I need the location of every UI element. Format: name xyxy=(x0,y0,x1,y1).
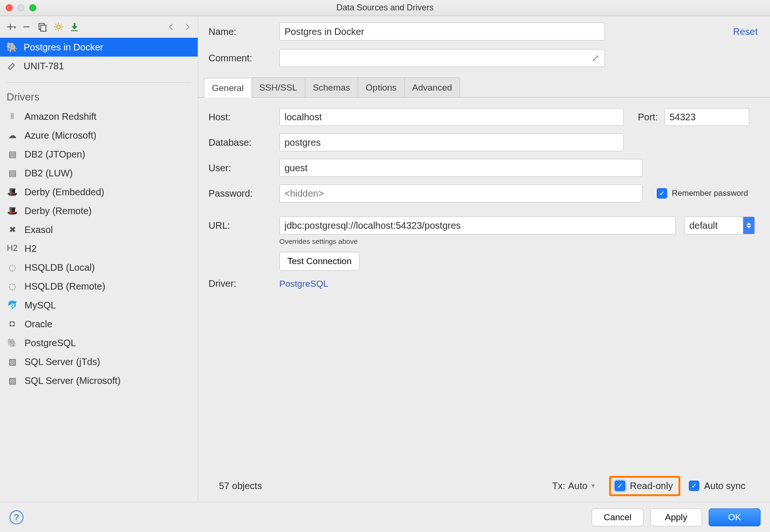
tab-general[interactable]: General xyxy=(204,78,252,98)
window-title: Data Sources and Drivers xyxy=(336,3,434,13)
reset-link[interactable]: Reset xyxy=(733,26,758,37)
driver-item[interactable]: ◌HSQLDB (Local) xyxy=(0,258,198,277)
tab-ssh-ssl[interactable]: SSH/SSL xyxy=(252,77,305,97)
driver-label: Derby (Remote) xyxy=(25,206,92,216)
add-button[interactable]: ▾ xyxy=(3,19,18,34)
dsn-icon xyxy=(6,60,18,72)
url-input[interactable] xyxy=(279,216,676,234)
tab-advanced[interactable]: Advanced xyxy=(405,77,460,97)
host-input[interactable] xyxy=(279,108,624,126)
driver-item[interactable]: ☁Azure (Microsoft) xyxy=(0,126,198,145)
h2-icon: H2 xyxy=(7,243,18,254)
sqlserver-icon: ▧ xyxy=(7,357,18,367)
driver-item[interactable]: 🎩Derby (Embedded) xyxy=(0,183,198,201)
driver-item[interactable]: ◌HSQLDB (Remote) xyxy=(0,277,198,296)
forward-icon[interactable] xyxy=(180,19,195,34)
driver-link[interactable]: PostgreSQL xyxy=(279,279,328,289)
divider xyxy=(7,82,191,83)
object-count: 57 objects xyxy=(219,481,262,491)
driver-item[interactable]: ▧SQL Server (jTds) xyxy=(0,352,198,371)
autosync-label: Auto sync xyxy=(704,481,745,491)
svg-point-3 xyxy=(57,25,60,28)
elephant-icon: 🐘 xyxy=(7,338,18,348)
driver-item[interactable]: 🎩Derby (Remote) xyxy=(0,201,198,220)
driver-label: Derby (Embedded) xyxy=(25,187,104,198)
data-source-item[interactable]: 🐘 Postgres in Docker xyxy=(0,38,198,57)
database-input[interactable] xyxy=(279,133,624,151)
driver-label: SQL Server (Microsoft) xyxy=(25,375,121,386)
user-label: User: xyxy=(209,163,279,174)
driver-item[interactable]: ✖Exasol xyxy=(0,220,198,239)
driver-label: H2 xyxy=(25,243,37,254)
tab-options[interactable]: Options xyxy=(358,77,404,97)
data-source-item[interactable]: UNIT-781 xyxy=(0,57,198,75)
driver-item[interactable]: 🐘PostgreSQL xyxy=(0,333,198,352)
sidebar: ▾ 🐘 Postgres in Docker UNIT-781 Drivers … xyxy=(0,16,198,502)
driver-label: Azure (Microsoft) xyxy=(25,130,96,141)
port-label: Port: xyxy=(638,112,664,123)
driver-item[interactable]: ▤DB2 (LUW) xyxy=(0,164,198,183)
data-source-label: UNIT-781 xyxy=(24,61,64,72)
hsqldb-icon: ◌ xyxy=(7,262,18,273)
driver-label: Exasol xyxy=(25,224,53,235)
driver-item[interactable]: ◘Oracle xyxy=(0,315,198,333)
password-label: Password: xyxy=(209,188,279,199)
autosync-checkbox[interactable]: ✓ xyxy=(689,481,699,491)
url-label: URL: xyxy=(209,220,279,231)
titlebar: Data Sources and Drivers xyxy=(0,0,770,16)
readonly-highlight: ✓ Read-only xyxy=(609,476,680,496)
driver-label: DB2 (JTOpen) xyxy=(25,149,85,160)
driver-item[interactable]: ⫴Amazon Redshift xyxy=(0,107,198,126)
elephant-icon: 🐘 xyxy=(6,41,18,53)
mysql-icon: 🐬 xyxy=(7,300,18,310)
svg-rect-4 xyxy=(71,30,78,31)
remove-button[interactable] xyxy=(19,19,34,34)
driver-label: Amazon Redshift xyxy=(25,111,96,122)
azure-icon: ☁ xyxy=(7,130,18,141)
url-mode-select[interactable]: default xyxy=(684,216,755,234)
apply-button[interactable]: Apply xyxy=(650,508,702,526)
redshift-icon: ⫴ xyxy=(7,111,18,122)
import-icon[interactable] xyxy=(67,19,82,34)
readonly-checkbox[interactable]: ✓ xyxy=(615,481,625,491)
test-connection-button[interactable]: Test Connection xyxy=(279,252,360,271)
user-input[interactable] xyxy=(279,159,643,177)
database-label: Database: xyxy=(209,137,279,148)
derby-icon: 🎩 xyxy=(7,206,18,216)
expand-icon[interactable]: ⤢ xyxy=(592,52,600,64)
name-label: Name: xyxy=(209,26,279,37)
driver-item[interactable]: ▧SQL Server (Microsoft) xyxy=(0,371,198,390)
tx-selector[interactable]: Tx: Auto ▼ xyxy=(552,481,596,491)
comment-input[interactable]: ⤢ xyxy=(279,49,605,67)
driver-item[interactable]: 🐬MySQL xyxy=(0,296,198,315)
settings-icon[interactable] xyxy=(51,19,66,34)
duplicate-button[interactable] xyxy=(35,19,50,34)
tab-schemas[interactable]: Schemas xyxy=(305,77,358,97)
driver-label: HSQLDB (Remote) xyxy=(25,281,105,292)
cancel-button[interactable]: Cancel xyxy=(592,508,644,526)
driver-label: DB2 (LUW) xyxy=(25,168,73,179)
help-icon[interactable]: ? xyxy=(9,510,24,524)
port-input[interactable] xyxy=(664,108,749,126)
password-input[interactable] xyxy=(279,184,643,202)
remember-password-checkbox[interactable]: ✓ xyxy=(657,188,667,199)
svg-rect-0 xyxy=(24,26,30,27)
driver-label: PostgreSQL xyxy=(25,338,76,349)
db2-icon: ▤ xyxy=(7,149,18,159)
ok-button[interactable]: OK xyxy=(709,508,761,526)
back-icon[interactable] xyxy=(164,19,179,34)
host-label: Host: xyxy=(209,112,279,123)
driver-item[interactable]: H2H2 xyxy=(0,239,198,258)
readonly-label: Read-only xyxy=(630,481,673,491)
driver-label: Oracle xyxy=(25,319,52,330)
driver-label: SQL Server (jTds) xyxy=(25,357,100,367)
tab-bar: GeneralSSH/SSLSchemasOptionsAdvanced xyxy=(198,77,770,98)
driver-item[interactable]: ▤DB2 (JTOpen) xyxy=(0,145,198,164)
zoom-window-icon[interactable] xyxy=(29,4,36,11)
close-window-icon[interactable] xyxy=(6,4,13,11)
oracle-icon: ◘ xyxy=(7,319,18,329)
svg-rect-2 xyxy=(41,25,46,31)
driver-label: HSQLDB (Local) xyxy=(25,262,95,273)
remember-password-label: Remember password xyxy=(672,189,748,198)
name-input[interactable] xyxy=(279,23,605,41)
